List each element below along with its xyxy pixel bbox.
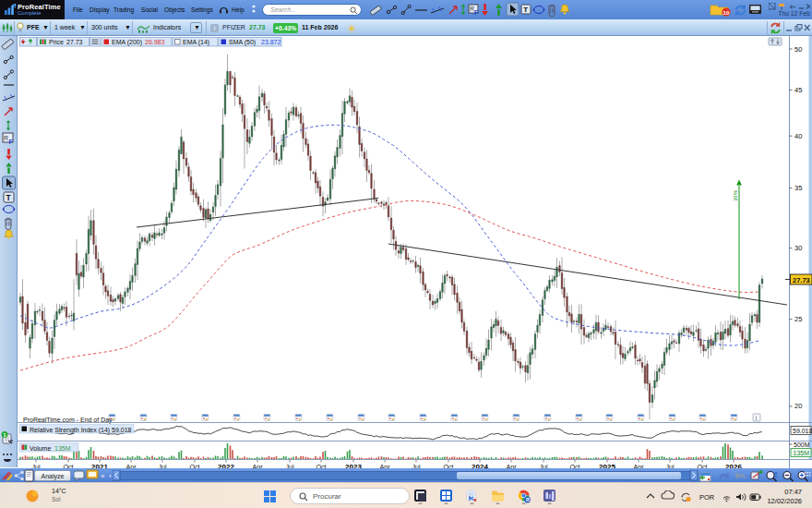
svg-text:R: R: [4, 135, 8, 141]
svg-text:R: R: [526, 497, 530, 502]
svg-text:10: 10: [723, 10, 730, 16]
svg-text:35: 35: [794, 184, 802, 192]
svg-text:F: F: [9, 139, 14, 145]
svg-text:135M: 135M: [794, 450, 810, 456]
svg-text:POR: POR: [699, 493, 715, 502]
svg-text:Volume: Volume: [30, 445, 51, 452]
svg-text:Price: Price: [49, 39, 64, 45]
svg-text:Relative Strength Index (14) 5: Relative Strength Index (14) 59.018: [30, 427, 132, 434]
svg-text:500M: 500M: [794, 441, 810, 448]
svg-text:26.983: 26.983: [145, 39, 165, 45]
svg-text:135M: 135M: [54, 445, 71, 452]
svg-text:1: 1: [4, 432, 6, 438]
svg-text:T: T: [523, 6, 528, 14]
svg-text:25: 25: [794, 315, 802, 323]
svg-text:27.73: 27.73: [793, 276, 810, 284]
svg-text:EMA (14): EMA (14): [183, 39, 209, 46]
svg-text:23.872: 23.872: [261, 39, 281, 45]
svg-text:20: 20: [794, 402, 802, 410]
svg-text:45: 45: [794, 86, 802, 94]
svg-text:i: i: [756, 415, 757, 421]
svg-text:36%: 36%: [733, 189, 738, 201]
svg-text:EMA (200): EMA (200): [112, 39, 142, 46]
svg-text:30: 30: [794, 244, 802, 252]
svg-text:59.018: 59.018: [793, 428, 812, 434]
svg-text:‹: ‹: [109, 472, 112, 480]
svg-text:27.73: 27.73: [66, 39, 83, 45]
svg-text:50: 50: [794, 45, 802, 54]
svg-text:T: T: [6, 193, 12, 202]
svg-text:F: F: [474, 9, 479, 16]
svg-text:«: «: [101, 472, 105, 480]
svg-text:SMA (50): SMA (50): [229, 39, 256, 46]
svg-text:40: 40: [794, 132, 802, 140]
